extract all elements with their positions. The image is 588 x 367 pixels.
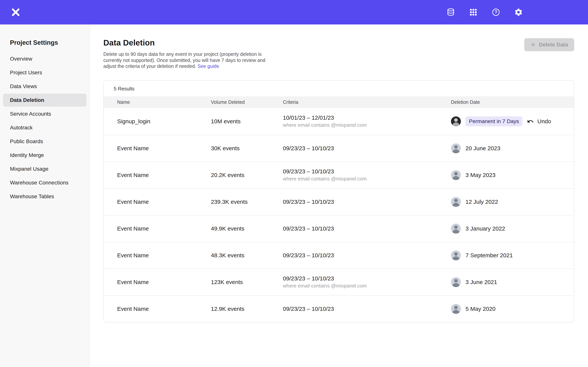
deletion-date: 7 September 2021	[466, 252, 513, 259]
deletion-date: 3 June 2021	[466, 279, 497, 285]
delete-data-button[interactable]: Delete Data	[524, 38, 574, 51]
sidebar-item-mixpanel-usage[interactable]: Mixpanel Usage	[3, 162, 86, 175]
row-name: Event Name	[117, 172, 211, 178]
row-name: Event Name	[117, 199, 211, 205]
sidebar-item-service-accounts[interactable]: Service Accounts	[3, 108, 86, 120]
sidebar-item-data-deletion[interactable]: Data Deletion	[3, 94, 86, 107]
row-criteria-cell: 09/23/23 – 10/10/23where email contains …	[283, 275, 451, 289]
sidebar-item-public-boards[interactable]: Public Boards	[3, 135, 86, 148]
column-header-volume: Volume Deleted	[211, 100, 283, 105]
row-name: Event Name	[117, 145, 211, 151]
avatar	[451, 197, 461, 207]
avatar	[451, 170, 461, 180]
row-criteria-cell: 09/23/23 – 10/10/23	[283, 145, 451, 151]
help-icon[interactable]: ?	[492, 8, 500, 17]
row-criteria-filter: where email contains @mixpanel.com	[283, 176, 451, 182]
topbar-icons: ?	[446, 8, 523, 17]
table-row: Event Name239.3K events09/23/23 – 10/10/…	[104, 188, 574, 215]
row-name: Event Name	[117, 279, 211, 285]
avatar	[451, 250, 461, 260]
sidebar-item-warehouse-connections[interactable]: Warehouse Connections	[3, 176, 86, 189]
row-criteria-filter: where email contains @mixpanel.com	[283, 283, 451, 289]
page-title: Data Deletion	[103, 38, 273, 47]
deletion-date: 5 May 2020	[466, 306, 496, 312]
row-volume: 49.9K events	[211, 225, 283, 232]
row-volume: 10M events	[211, 118, 283, 125]
main-header: Data Deletion Delete up to 90 days data …	[103, 38, 574, 69]
sidebar-item-project-users[interactable]: Project Users	[3, 66, 86, 79]
mixpanel-logo[interactable]	[11, 7, 21, 17]
row-deletion-cell: 3 May 2023	[451, 170, 565, 180]
deletion-date: 3 May 2023	[466, 172, 496, 178]
row-volume: 30K events	[211, 145, 283, 151]
row-criteria: 09/23/23 – 10/10/23	[283, 145, 451, 151]
row-volume: 239.3K events	[211, 199, 283, 205]
table-row: Event Name49.9K events09/23/23 – 10/10/2…	[104, 215, 574, 242]
row-criteria: 09/23/23 – 10/10/23	[283, 168, 451, 175]
settings-icon[interactable]	[514, 8, 523, 17]
row-volume: 20.2K events	[211, 172, 283, 178]
row-criteria-cell: 09/23/23 – 10/10/23	[283, 225, 451, 232]
main-content: Data Deletion Delete up to 90 days data …	[90, 25, 588, 338]
row-criteria-cell: 09/23/23 – 10/10/23	[283, 252, 451, 259]
deletion-status-badge: Permanent in 7 Days	[466, 117, 522, 126]
data-icon[interactable]	[446, 8, 455, 17]
row-criteria-cell: 10/01/23 – 12/01/23where email contains …	[283, 115, 451, 128]
table-row: Signup_login10M events10/01/23 – 12/01/2…	[104, 108, 574, 135]
row-criteria: 09/23/23 – 10/10/23	[283, 275, 451, 282]
deletion-date: 3 January 2022	[466, 225, 505, 232]
table-row: Event Name12.9K events09/23/23 – 10/10/2…	[104, 295, 574, 322]
row-criteria-cell: 09/23/23 – 10/10/23	[283, 306, 451, 312]
deletion-table-card: 5 Results Name Volume Deleted Criteria D…	[103, 80, 574, 323]
sidebar-item-overview[interactable]: Overview	[3, 52, 86, 65]
avatar	[451, 117, 461, 126]
avatar	[451, 277, 461, 287]
table-row: Event Name123K events09/23/23 – 10/10/23…	[104, 268, 574, 295]
row-criteria: 10/01/23 – 12/01/23	[283, 115, 451, 121]
row-name: Signup_login	[117, 118, 211, 125]
row-volume: 123K events	[211, 279, 283, 285]
undo-button-label: Undo	[537, 118, 551, 125]
sidebar-item-data-views[interactable]: Data Views	[3, 80, 86, 93]
row-deletion-cell: 20 June 2023	[451, 143, 565, 153]
delete-data-button-label: Delete Data	[539, 42, 568, 48]
row-name: Event Name	[117, 306, 211, 312]
row-criteria-cell: 09/23/23 – 10/10/23	[283, 199, 451, 205]
row-deletion-cell: 3 January 2022	[451, 224, 565, 234]
sidebar-item-warehouse-tables[interactable]: Warehouse Tables	[3, 190, 86, 203]
description-text: Delete up to 90 days data for any event …	[103, 51, 265, 69]
row-name: Event Name	[117, 252, 211, 259]
deletion-date: 20 June 2023	[466, 145, 500, 151]
row-criteria: 09/23/23 – 10/10/23	[283, 199, 451, 205]
deletion-date: 12 July 2022	[466, 199, 498, 205]
row-volume: 12.9K events	[211, 306, 283, 312]
topbar: ?	[0, 0, 588, 25]
row-volume: 48.3K events	[211, 252, 283, 259]
row-deletion-cell: 7 September 2021	[451, 250, 565, 260]
row-criteria: 09/23/23 – 10/10/23	[283, 306, 451, 312]
table-body: Signup_login10M events10/01/23 – 12/01/2…	[104, 108, 574, 322]
table-row: Event Name48.3K events09/23/23 – 10/10/2…	[104, 242, 574, 268]
row-deletion-cell: Permanent in 7 DaysUndo	[451, 117, 566, 126]
page-description: Delete up to 90 days data for any event …	[103, 51, 273, 69]
sidebar: Project Settings OverviewProject UsersDa…	[0, 25, 90, 338]
table-row: Event Name30K events09/23/23 – 10/10/232…	[104, 135, 574, 161]
apps-grid-icon[interactable]	[469, 8, 478, 17]
table-header-row: Name Volume Deleted Criteria Deletion Da…	[104, 96, 574, 108]
column-header-criteria: Criteria	[283, 100, 451, 105]
row-criteria: 09/23/23 – 10/10/23	[283, 225, 451, 232]
row-criteria: 09/23/23 – 10/10/23	[283, 252, 451, 259]
results-count: 5 Results	[104, 81, 574, 96]
row-deletion-cell: 12 July 2022	[451, 197, 565, 207]
undo-icon	[527, 118, 534, 125]
avatar	[451, 143, 461, 153]
avatar	[451, 224, 461, 234]
sidebar-item-autotrack[interactable]: Autotrack	[3, 121, 86, 134]
sidebar-item-identity-merge[interactable]: Identity Merge	[3, 149, 86, 162]
table-row: Event Name20.2K events09/23/23 – 10/10/2…	[104, 161, 574, 188]
page-intro: Data Deletion Delete up to 90 days data …	[103, 38, 273, 69]
sidebar-title: Project Settings	[10, 39, 80, 46]
undo-button[interactable]: Undo	[527, 118, 551, 125]
row-criteria-cell: 09/23/23 – 10/10/23where email contains …	[283, 168, 451, 182]
see-guide-link[interactable]: See guide	[198, 63, 219, 69]
